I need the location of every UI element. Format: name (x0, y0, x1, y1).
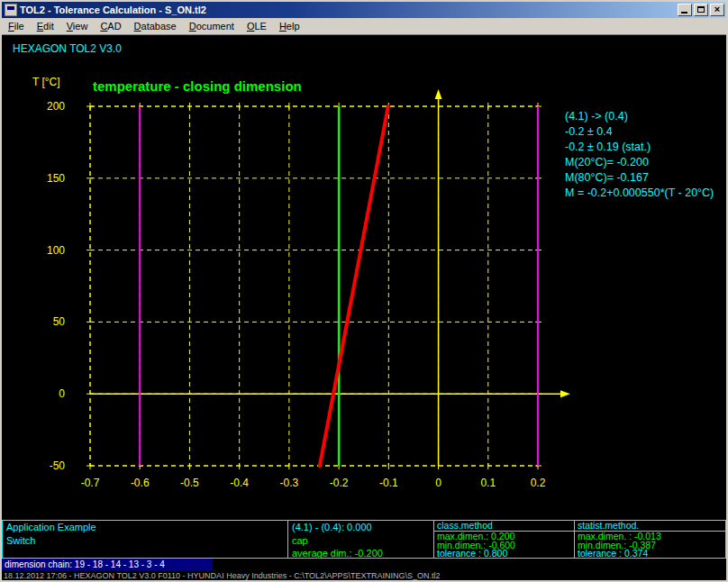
annotation-line-4: M(80°C)= -0.167 (565, 170, 714, 186)
menu-database[interactable]: Database (128, 19, 183, 33)
x-tick-label: 0 (421, 477, 457, 489)
dimension-chain-status[interactable]: dimension chain: 19 - 18 - 14 - 13 - 3 -… (2, 559, 213, 570)
menu-document[interactable]: Document (183, 19, 241, 33)
app-version-banner: HEXAGON TOL2 V3.0 (13, 42, 122, 55)
project-part: Switch (3, 534, 287, 548)
menu-edit[interactable]: Edit (31, 19, 60, 33)
statist-tolerance: tolerance : 0.374 (578, 550, 723, 559)
annotation-line-0: (4.1) -> (0.4) (565, 109, 714, 124)
x-tick-label: -0.1 (370, 477, 406, 489)
app-window: TOL2 - Tolerance Calculation - S_ON.tl2 … (0, 0, 728, 582)
y-axis-arrow (435, 89, 442, 99)
x-tick-label: -0.2 (321, 477, 357, 489)
result-annotations: (4.1) -> (0.4)-0.2 ± 0.4-0.2 ± 0.19 (sta… (565, 109, 714, 201)
app-icon[interactable] (5, 4, 17, 16)
menu-file[interactable]: File (2, 19, 31, 33)
x-axis-arrow (560, 390, 570, 397)
class-tolerance: tolerance : 0.800 (437, 550, 571, 559)
menu-ole[interactable]: OLE (241, 19, 273, 33)
file-info-status: 18.12.2012 17:06 - HEXAGON TOL2 V3.0 F01… (4, 571, 441, 580)
menu-help[interactable]: Help (273, 19, 306, 33)
annotation-line-3: M(20°C)= -0.200 (565, 155, 714, 170)
x-tick-label: 0.1 (470, 477, 506, 489)
average-dimension-value: average dim.: -0.200 (288, 547, 433, 560)
x-tick-label: -0.7 (72, 477, 108, 489)
y-tick-label: 100 (25, 244, 65, 257)
y-tick-label: 150 (25, 172, 65, 185)
panel-project-info: Application Example Switch (2, 520, 288, 559)
panel-statist-method: statist.method. max.dimen. : -0.013 min.… (574, 520, 726, 559)
y-tick-label: 200 (25, 100, 65, 113)
maximize-icon (697, 6, 705, 13)
minimize-button[interactable] (678, 4, 692, 16)
panel-closing-dimension: (4.1) - (0.4): 0.000 cap average dim.: -… (287, 520, 434, 559)
y-tick-label: 50 (25, 315, 65, 328)
annotation-line-1: -0.2 ± 0.4 (565, 124, 714, 140)
close-button[interactable]: × (710, 4, 724, 16)
menu-cad[interactable]: CAD (94, 19, 127, 33)
annotation-line-2: -0.2 ± 0.19 (stat.) (565, 140, 714, 155)
panel-class-method: class.method max.dimen.: 0.200 min.dimen… (433, 520, 575, 559)
x-tick-label: -0.3 (271, 477, 307, 489)
y-tick-label: 0 (25, 387, 65, 400)
annotation-line-5: M = -0.2+0.000550*(T - 20°C) (565, 186, 714, 201)
window-title: TOL2 - Tolerance Calculation - S_ON.tl2 (20, 5, 676, 15)
minimize-icon (681, 12, 687, 14)
closing-dimension-value: (4.1) - (0.4): 0.000 (288, 521, 433, 534)
x-tick-label: -0.4 (222, 477, 258, 489)
x-tick-label: 0.2 (520, 477, 556, 489)
menu-bar: FileEditViewCADDatabaseDocumentOLEHelp (2, 18, 726, 35)
y-tick-label: -50 (25, 459, 65, 472)
maximize-button[interactable] (694, 4, 708, 16)
x-tick-label: -0.5 (171, 477, 207, 489)
client-area: HEXAGON TOL2 V3.0 T [°C] temperature - c… (2, 35, 726, 580)
chart-title: temperature - closing dimension (93, 78, 302, 94)
closing-dimension-name: cap (288, 534, 433, 548)
menu-view[interactable]: View (60, 19, 95, 33)
x-tick-label: -0.6 (122, 477, 158, 489)
y-axis-label: T [°C] (32, 76, 60, 88)
project-name: Application Example (3, 521, 287, 534)
temperature-dimension-series (320, 106, 388, 466)
title-bar[interactable]: TOL2 - Tolerance Calculation - S_ON.tl2 … (2, 2, 726, 18)
